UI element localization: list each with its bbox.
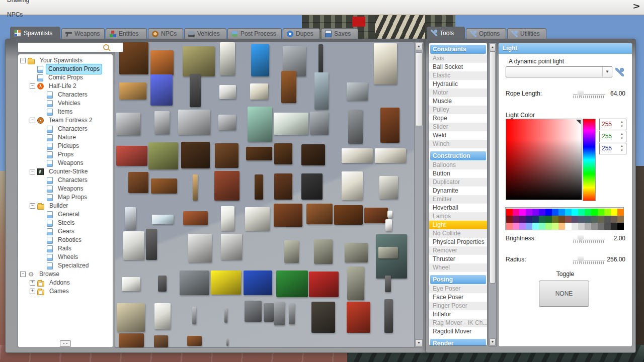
palette-swatch-0-10[interactable] [572, 209, 578, 216]
tool-category-construction[interactable]: Construction [430, 151, 486, 160]
expand-toggle[interactable]: − [20, 58, 26, 63]
tab-saves[interactable]: Saves [321, 28, 358, 39]
tool-pulley[interactable]: Pulley [429, 106, 487, 114]
tool-face-poser[interactable]: Face Poser [429, 293, 487, 302]
palette-swatch-2-1[interactable] [513, 223, 519, 230]
tool-weld[interactable]: Weld [429, 131, 487, 140]
scrollbar-thumb[interactable] [490, 51, 496, 284]
prop-wardrobe[interactable] [181, 142, 210, 168]
prop-round-table[interactable] [274, 204, 302, 227]
palette-swatch-0-7[interactable] [552, 209, 558, 216]
preset-wrench-icon[interactable] [615, 68, 624, 76]
prop-wood-vent[interactable] [187, 336, 202, 346]
prop-wooden-door[interactable] [281, 71, 296, 103]
prop-door-frame[interactable] [125, 207, 136, 230]
prop-metal-door[interactable] [220, 42, 235, 75]
prop-fence-panel-b[interactable] [154, 111, 170, 134]
chevron-down-icon[interactable]: ▼ [602, 67, 612, 77]
prop-cable-spools[interactable] [150, 50, 174, 75]
palette-swatch-0-13[interactable] [591, 209, 598, 216]
tab-post-process[interactable]: Post Process [227, 28, 282, 39]
tool-hydraulic[interactable]: Hydraulic [429, 80, 487, 88]
prop-bunk-bed[interactable] [310, 112, 329, 135]
palette-swatch-1-6[interactable] [545, 216, 552, 223]
prop-white-tray[interactable] [122, 277, 140, 291]
prop-lamp-shade[interactable] [117, 303, 145, 332]
prop-cage-gray[interactable] [180, 270, 209, 295]
prop-blue-chair[interactable] [150, 74, 173, 106]
tool-duplicator[interactable]: Duplicator [429, 178, 487, 187]
prop-pedestal[interactable] [385, 276, 391, 292]
prop-trash-can[interactable] [348, 110, 363, 144]
tool-emitter[interactable]: Emitter [429, 195, 487, 204]
tab-npcs[interactable]: NPCs [148, 28, 183, 39]
prop-column-pole[interactable] [190, 74, 201, 107]
prop-glass-pane[interactable] [152, 215, 174, 224]
prop-coffee-table[interactable] [151, 178, 177, 194]
tool-axis[interactable]: Axis [429, 54, 487, 63]
palette-swatch-2-8[interactable] [558, 223, 565, 230]
tab-entities[interactable]: Entities [106, 28, 147, 39]
tool-winch[interactable]: Winch [429, 140, 487, 148]
tool-category-constraints[interactable]: Constraints [430, 45, 486, 54]
prop-white-fridge[interactable] [342, 171, 363, 200]
prop-blue-barrel[interactable] [251, 44, 269, 76]
tool-motor[interactable]: Motor [429, 88, 487, 97]
prop-paper-sheet[interactable] [387, 211, 392, 218]
prop-louver-vent[interactable] [250, 83, 268, 100]
tool-lamps[interactable]: Lamps [429, 212, 487, 221]
preset-dropdown[interactable]: ▼ [506, 66, 612, 77]
scroll-up-button[interactable]: ▲ [415, 43, 423, 50]
palette-swatch-1-13[interactable] [591, 216, 598, 223]
tool-rope[interactable]: Rope [429, 114, 487, 123]
menu-overflow-chevron[interactable]: > [633, 2, 639, 12]
prop-table-c[interactable] [364, 208, 388, 223]
prop-green-couch[interactable] [148, 142, 178, 169]
scrollbar-thumb[interactable] [415, 52, 423, 126]
palette-swatch-1-16[interactable] [611, 216, 617, 223]
prop-grave-base[interactable] [345, 243, 368, 262]
palette-swatch-2-15[interactable] [604, 223, 611, 230]
prop-grave-plaque[interactable] [378, 247, 398, 258]
palette-swatch-1-0[interactable] [506, 216, 513, 223]
spinner-arrows[interactable]: ▲▼ [619, 144, 624, 153]
prop-pipe-bend-a[interactable] [245, 301, 262, 322]
palette-swatch-0-16[interactable] [611, 209, 617, 216]
expand-toggle[interactable]: − [30, 118, 35, 123]
palette-swatch-1-2[interactable] [519, 216, 526, 223]
prop-grave-round[interactable] [284, 240, 299, 263]
tool-ball-socket[interactable]: Ball Socket [429, 63, 487, 71]
prop-fountain[interactable] [248, 107, 272, 142]
palette-swatch-2-14[interactable] [598, 223, 604, 230]
palette-swatch-2-0[interactable] [506, 223, 513, 230]
tool-dynamite[interactable]: Dynamite [429, 187, 487, 195]
scroll-down-button[interactable]: ▼ [415, 339, 423, 347]
tab-vehicles[interactable]: Vehicles [184, 28, 226, 39]
prop-wood-chair[interactable] [380, 108, 399, 143]
prop-barstool[interactable] [119, 42, 148, 74]
prop-faucet-a[interactable] [274, 302, 285, 325]
prop-scaffold-pole[interactable] [224, 308, 227, 323]
tool-button[interactable]: Button [429, 169, 487, 178]
prop-clothes-rack[interactable] [183, 211, 208, 225]
expand-toggle[interactable]: − [20, 272, 26, 277]
red-spinner[interactable]: 255 ▲▼ [599, 119, 626, 130]
palette-swatch-0-15[interactable] [604, 209, 611, 216]
palette-swatch-2-6[interactable] [545, 223, 552, 230]
palette-swatch-2-5[interactable] [539, 223, 545, 230]
prop-gear-a[interactable] [119, 333, 144, 347]
tab-utilities[interactable]: Utilities [507, 28, 546, 39]
prop-red-couch[interactable] [116, 146, 147, 166]
prop-fence-bent[interactable] [218, 115, 236, 130]
prop-grave-wide[interactable] [314, 239, 333, 264]
tool-remover[interactable]: Remover [429, 246, 487, 255]
tab-spawnlists[interactable]: Spawnlists [10, 27, 60, 39]
prop-cage-red[interactable] [309, 272, 339, 297]
tool-thruster[interactable]: Thruster [429, 255, 487, 263]
palette-swatch-0-0[interactable] [506, 209, 513, 216]
scroll-down-button[interactable]: ▼ [490, 338, 496, 346]
palette-swatch-0-11[interactable] [578, 209, 585, 216]
prop-bathtub[interactable] [274, 113, 308, 135]
palette-swatch-2-10[interactable] [572, 223, 578, 230]
prop-small-dresser[interactable] [274, 173, 292, 200]
